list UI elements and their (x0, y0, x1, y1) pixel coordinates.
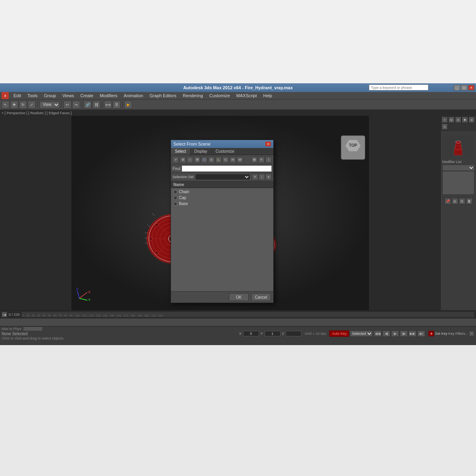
main-viewport[interactable]: TOP X Y Z Select From Scene (0, 116, 440, 310)
dialog-ss-clear-btn[interactable]: × (265, 174, 272, 180)
prev-frame-btn[interactable]: ◀◀ (374, 330, 382, 337)
list-item-cap[interactable]: Cap (171, 195, 273, 201)
list-item-chain[interactable]: Chain (171, 189, 273, 195)
minimize-button[interactable]: _ (454, 85, 460, 90)
z-coord-input[interactable] (286, 331, 301, 336)
dialog-selection-set-dropdown[interactable] (195, 174, 250, 180)
y-coord-input[interactable] (265, 331, 280, 336)
dialog-tab-customize[interactable]: Customize (212, 148, 239, 155)
make-unique-btn[interactable]: ⊡ (459, 198, 465, 204)
dialog-cancel-button[interactable]: Cancel (251, 293, 271, 301)
modifier-stack[interactable] (442, 171, 474, 195)
mirror-btn[interactable]: ⟷ (104, 101, 112, 109)
remove-modifier-btn[interactable]: 🗑 (466, 198, 472, 204)
align-btn[interactable]: ☰ (113, 101, 121, 109)
svg-point-67 (155, 251, 158, 254)
scale-tool-btn[interactable]: ⤢ (28, 101, 36, 109)
dialog-invert-sel-btn[interactable]: ⊘ (180, 157, 186, 163)
dialog-geom-btn[interactable]: G (201, 157, 207, 163)
end-frame-btn[interactable]: ▶| (417, 330, 425, 337)
motion-tab[interactable]: ▶ (462, 117, 468, 123)
pin-stack-btn[interactable]: 📌 (445, 198, 451, 204)
dialog-spacewarp-btn[interactable]: W (237, 157, 243, 163)
status-coords: X Y Z (239, 331, 302, 336)
search-input[interactable] (369, 84, 428, 90)
menu-graph-editors[interactable]: Graph Editors (148, 93, 178, 98)
menu-views[interactable]: Views (61, 93, 75, 98)
x-coord-input[interactable] (243, 331, 259, 336)
main-toolbar: ↖ ✥ ↻ ⤢ View ↩ ↪ 🔗 ⛓ ⟷ ☰ ▶ (0, 99, 476, 109)
timeline-track[interactable] (0, 319, 476, 326)
add-time-tag-btn[interactable]: + (469, 331, 474, 336)
reference-coord-dropdown[interactable]: View (39, 101, 60, 108)
redo-btn[interactable]: ↪ (72, 101, 80, 109)
unlink-btn[interactable]: ⛓ (92, 101, 100, 109)
dialog-select-all-btn[interactable]: ✓ (173, 157, 179, 163)
dialog-tabs: Select Display Customize (171, 148, 273, 155)
play-btn[interactable]: ▶ (391, 330, 399, 337)
menu-tools[interactable]: Tools (26, 93, 39, 98)
cap-radio[interactable] (173, 196, 177, 200)
preview-svg (443, 135, 473, 157)
auto-key-btn[interactable]: Auto Key (329, 330, 349, 337)
prev-key-btn[interactable]: ◀| (382, 330, 390, 337)
link-btn[interactable]: 🔗 (84, 101, 92, 109)
move-tool-btn[interactable]: ✥ (10, 101, 18, 109)
select-tool-btn[interactable]: ↖ (2, 101, 10, 109)
dialog-list-view-btn[interactable]: ≡ (258, 157, 265, 163)
dialog-object-list[interactable]: Chain Cap Base (171, 188, 273, 291)
dialog-sort-btn[interactable]: ↕ (265, 157, 272, 163)
dialog-filter-btn[interactable]: ⚙ (194, 157, 200, 163)
dialog-ss-add-btn[interactable]: + (252, 174, 258, 180)
phys-dropdown[interactable] (23, 326, 43, 331)
rotate-tool-btn[interactable]: ↻ (19, 101, 27, 109)
next-key-btn[interactable]: |▶ (400, 330, 408, 337)
dialog-shape-btn[interactable]: S (208, 157, 215, 163)
menu-edit[interactable]: Edit (12, 93, 23, 98)
app-title: Autodesk 3ds Max 2012 x64 - Fire_Hydrant… (183, 85, 293, 90)
menu-rendering[interactable]: Rendering (181, 93, 205, 98)
modify-tab[interactable]: M (448, 117, 455, 123)
dialog-close-button[interactable]: ✕ (265, 142, 271, 146)
set-key-btn[interactable]: ◆ (428, 331, 434, 336)
dialog-title-bar[interactable]: Select From Scene ✕ (171, 140, 273, 148)
x-coord-label: X (239, 332, 242, 336)
maximize-button[interactable]: □ (461, 85, 467, 90)
render-btn[interactable]: ▶ (124, 101, 132, 109)
hierarchy-tab[interactable]: H (455, 117, 461, 123)
dialog-ss-sub-btn[interactable]: - (259, 174, 265, 180)
dialog-find-input[interactable] (182, 165, 272, 172)
menu-help[interactable]: Help (262, 93, 274, 98)
display-tab[interactable]: D (468, 117, 475, 123)
dialog-tab-select[interactable]: Select (171, 148, 190, 155)
modifier-list-dropdown[interactable] (442, 165, 475, 171)
timeline-slider[interactable]: 0 10 20 30 40 50 60 70 80 90 100 110 120… (21, 312, 474, 317)
timeline-start-btn[interactable]: |◀ (2, 312, 7, 317)
menu-maxscript[interactable]: MAXScript (235, 93, 259, 98)
list-item-base[interactable]: Base (171, 201, 273, 207)
menu-customize[interactable]: Customize (208, 93, 232, 98)
dialog-ok-button[interactable]: OK (229, 293, 249, 301)
dialog-light-btn[interactable]: L (215, 157, 222, 163)
menu-create[interactable]: Create (79, 93, 95, 98)
dialog-footer: OK Cancel (171, 291, 273, 303)
dialog-find-row: Find (171, 165, 273, 173)
utilities-tab[interactable]: U (441, 123, 448, 130)
chain-radio[interactable] (173, 190, 177, 194)
menu-animation[interactable]: Animation (122, 93, 145, 98)
dialog-none-btn[interactable]: ○ (187, 157, 193, 163)
menu-modifiers[interactable]: Modifiers (98, 93, 119, 98)
dialog-tab-display[interactable]: Display (190, 148, 212, 155)
dialog-camera-btn[interactable]: C (223, 157, 229, 163)
status-bar: Max to Phys None Selected Click or click… (0, 326, 476, 340)
dialog-helper-btn[interactable]: H (230, 157, 236, 163)
undo-btn[interactable]: ↩ (63, 101, 71, 109)
dialog-icon-view-btn[interactable]: ⊞ (251, 157, 257, 163)
create-tab[interactable]: + (441, 117, 448, 123)
base-radio[interactable] (173, 202, 177, 206)
next-frame-btn[interactable]: ▶▶ (409, 330, 416, 337)
menu-group[interactable]: Group (42, 93, 58, 98)
show-end-result-btn[interactable]: ◎ (452, 198, 458, 204)
close-button[interactable]: ✕ (468, 85, 474, 90)
selected-dropdown[interactable]: Selected (350, 330, 373, 337)
